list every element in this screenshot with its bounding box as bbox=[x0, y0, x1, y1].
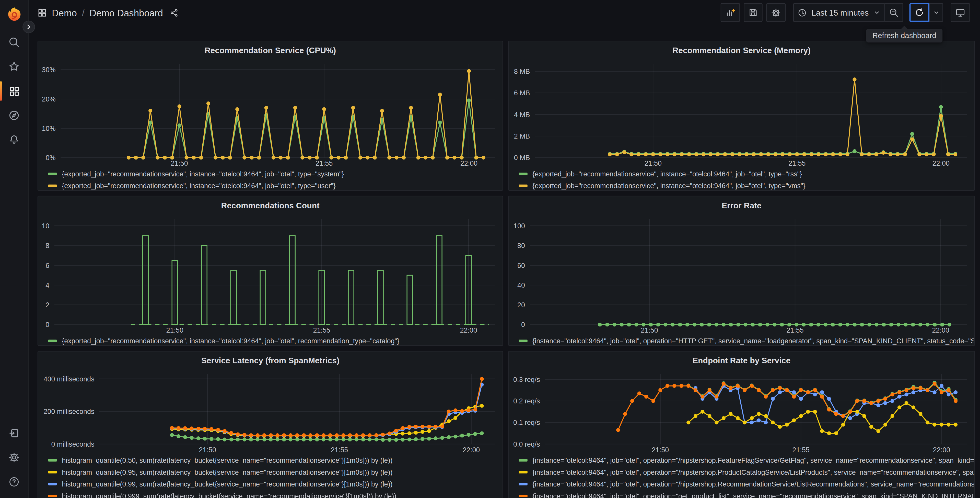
svg-text:0 milliseconds: 0 milliseconds bbox=[51, 441, 94, 448]
legend-item[interactable]: {instance="otelcol:9464", job="otel", op… bbox=[519, 466, 974, 478]
legend: {exported_job="recommendationservice", i… bbox=[509, 168, 974, 191]
svg-text:20%: 20% bbox=[42, 95, 56, 103]
legend-swatch bbox=[48, 482, 57, 485]
panel-header[interactable]: Recommendation Service (Memory) bbox=[509, 41, 974, 59]
svg-text:2: 2 bbox=[46, 301, 49, 309]
svg-text:100: 100 bbox=[514, 222, 525, 230]
chart-recommendations-count[interactable]: 21:5021:5522:000246810 bbox=[38, 214, 503, 335]
legend-label: {instance="otelcol:9464", job="otel", op… bbox=[532, 468, 974, 476]
panel-service-latency: Service Latency (from SpanMetrics) 21:50… bbox=[38, 351, 503, 498]
chart-error-rate[interactable]: 21:5021:5522:00020406080100 bbox=[509, 214, 975, 335]
sidebar-item-search[interactable] bbox=[0, 30, 29, 54]
legend-item[interactable]: {instance="otelcol:9464", job="otel", op… bbox=[519, 335, 974, 346]
legend-item[interactable]: histogram_quantile(0.50, sum(rate(latenc… bbox=[48, 454, 503, 466]
panel-recommendations-count: Recommendations Count 21:5021:5522:00024… bbox=[38, 196, 503, 346]
dashboard-settings-button[interactable] bbox=[767, 3, 786, 22]
legend-swatch bbox=[48, 172, 57, 175]
legend-label: histogram_quantile(0.95, sum(rate(latenc… bbox=[62, 468, 392, 476]
tooltip-arrow bbox=[901, 26, 907, 29]
chart-endpoint-rate[interactable]: 21:5021:5522:000.0 req/s0.1 req/s0.2 req… bbox=[509, 369, 975, 454]
svg-text:21:50: 21:50 bbox=[641, 326, 658, 334]
legend-item[interactable]: {instance="otelcol:9464", job="otel", op… bbox=[519, 490, 974, 498]
svg-text:0.2 req/s: 0.2 req/s bbox=[513, 397, 540, 405]
legend-swatch bbox=[519, 184, 528, 187]
legend-label: {exported_job="recommendationservice", i… bbox=[62, 182, 336, 189]
svg-text:0: 0 bbox=[46, 321, 49, 329]
panel-header[interactable]: Error Rate bbox=[509, 196, 974, 214]
svg-text:22:00: 22:00 bbox=[460, 326, 477, 334]
kiosk-mode-button[interactable] bbox=[951, 3, 970, 22]
legend-swatch bbox=[48, 495, 57, 497]
legend-item[interactable]: {exported_job="recommendationservice", i… bbox=[48, 179, 503, 191]
legend-swatch bbox=[519, 482, 528, 485]
clock-icon bbox=[798, 8, 807, 18]
svg-text:21:55: 21:55 bbox=[313, 326, 330, 334]
gear-icon bbox=[8, 452, 20, 463]
legend-item[interactable]: {exported_job="recommendationservice", i… bbox=[48, 168, 503, 179]
sidebar-item-sign-in[interactable] bbox=[0, 421, 29, 445]
svg-text:0.0 req/s: 0.0 req/s bbox=[513, 441, 540, 448]
legend: {exported_job="recommendationservice", i… bbox=[38, 168, 503, 191]
legend-swatch bbox=[519, 459, 528, 461]
chart-service-latency[interactable]: 21:5021:5522:000 milliseconds200 millise… bbox=[38, 369, 503, 454]
panel-header[interactable]: Recommendation Service (CPU%) bbox=[38, 41, 503, 59]
refresh-interval-dropdown[interactable] bbox=[929, 3, 943, 22]
chart-recommendation-cpu[interactable]: 21:5021:5522:000%10%20%30% bbox=[38, 59, 503, 168]
legend-item[interactable]: histogram_quantile(0.95, sum(rate(latenc… bbox=[48, 466, 503, 478]
sidebar-item-dashboards[interactable] bbox=[0, 79, 29, 103]
zoom-out-time-button[interactable] bbox=[885, 3, 903, 22]
svg-text:21:55: 21:55 bbox=[331, 446, 348, 454]
refresh-dashboard-button[interactable] bbox=[910, 3, 929, 22]
chart-recommendation-memory[interactable]: 21:5021:5522:000 MB2 MB4 MB6 MB8 MB bbox=[509, 59, 975, 168]
svg-text:0%: 0% bbox=[46, 154, 56, 161]
legend: {instance="otelcol:9464", job="otel", op… bbox=[509, 454, 974, 498]
star-icon bbox=[8, 61, 20, 72]
share-icon[interactable] bbox=[169, 8, 178, 18]
save-dashboard-button[interactable] bbox=[744, 3, 763, 22]
sidebar-expand-button[interactable] bbox=[22, 21, 35, 33]
compass-icon bbox=[8, 109, 20, 121]
breadcrumb-page[interactable]: Demo Dashboard bbox=[89, 7, 163, 18]
svg-text:21:50: 21:50 bbox=[199, 446, 216, 454]
svg-text:60: 60 bbox=[517, 262, 525, 270]
sidebar-item-alerting[interactable] bbox=[0, 128, 29, 152]
panel-header[interactable]: Endpoint Rate by Service bbox=[509, 351, 974, 369]
panel-title: Error Rate bbox=[722, 200, 762, 210]
panel-recommendation-memory: Recommendation Service (Memory) 21:5021:… bbox=[508, 41, 975, 191]
svg-text:20: 20 bbox=[517, 301, 525, 309]
legend-item[interactable]: {exported_job="recommendationservice", i… bbox=[519, 168, 974, 179]
svg-text:6: 6 bbox=[46, 262, 49, 270]
svg-text:21:55: 21:55 bbox=[786, 326, 803, 334]
legend-label: {instance="otelcol:9464", job="otel", op… bbox=[532, 337, 974, 344]
legend-item[interactable]: histogram_quantile(0.999, sum(rate(laten… bbox=[48, 490, 503, 498]
legend-label: {instance="otelcol:9464", job="otel", op… bbox=[532, 456, 974, 464]
panel-error-rate: Error Rate 21:5021:5522:00020406080100 {… bbox=[508, 196, 975, 346]
legend-item[interactable]: {exported_job="recommendationservice", i… bbox=[519, 179, 974, 191]
breadcrumb-section[interactable]: Demo bbox=[52, 7, 77, 18]
panel-header[interactable]: Service Latency (from SpanMetrics) bbox=[38, 351, 503, 369]
panel-title: Recommendations Count bbox=[221, 200, 319, 210]
sidebar-item-explore[interactable] bbox=[0, 103, 29, 128]
legend-item[interactable]: {instance="otelcol:9464", job="otel", op… bbox=[519, 478, 974, 490]
svg-text:30%: 30% bbox=[42, 66, 56, 73]
top-bar: Demo / Demo Dashboard Last 15 minutes bbox=[29, 0, 980, 25]
legend-label: {exported_job="recommendationservice", i… bbox=[62, 170, 344, 177]
svg-text:22:00: 22:00 bbox=[463, 446, 480, 454]
legend-item[interactable]: {instance="otelcol:9464", job="otel", op… bbox=[519, 454, 974, 466]
panel-recommendation-cpu: Recommendation Service (CPU%) 21:5021:55… bbox=[38, 41, 503, 191]
add-panel-button[interactable] bbox=[721, 3, 740, 22]
svg-text:21:55: 21:55 bbox=[315, 160, 332, 167]
legend-label: histogram_quantile(0.999, sum(rate(laten… bbox=[62, 492, 396, 498]
svg-text:400 milliseconds: 400 milliseconds bbox=[43, 375, 94, 383]
legend-label: {instance="otelcol:9464", job="otel", op… bbox=[532, 492, 974, 498]
sidebar-item-starred[interactable] bbox=[0, 54, 29, 79]
svg-text:21:55: 21:55 bbox=[792, 446, 809, 454]
legend-item[interactable]: histogram_quantile(0.99, sum(rate(latenc… bbox=[48, 478, 503, 490]
sidebar-item-settings[interactable] bbox=[0, 445, 29, 469]
time-range-picker[interactable]: Last 15 minutes bbox=[793, 3, 885, 22]
sidebar-item-help[interactable] bbox=[0, 469, 29, 494]
zoom-out-icon bbox=[889, 7, 899, 18]
legend-item[interactable]: {exported_job="recommendationservice", i… bbox=[48, 335, 503, 346]
panel-header[interactable]: Recommendations Count bbox=[38, 196, 503, 214]
dashboards-grid-icon bbox=[38, 8, 47, 18]
